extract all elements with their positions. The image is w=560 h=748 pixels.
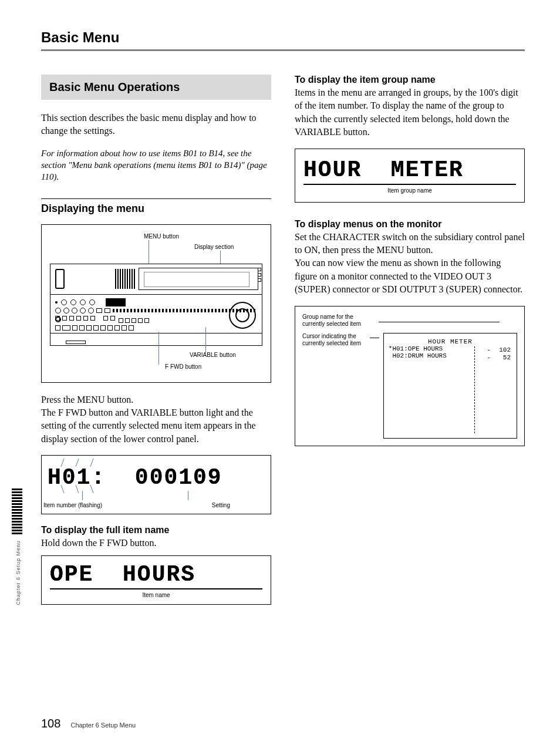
ope-hours-figure: OPE HOURS Item name — [41, 555, 271, 605]
monitor-dash-2: - — [487, 354, 491, 362]
label-group-name: Group name for the currently selected it… — [302, 314, 373, 328]
monitor-heading: To display menus on the monitor — [295, 219, 525, 230]
full-item-heading: To display the full item name — [41, 525, 271, 535]
vcr-figure: MENU button Display section — [41, 224, 271, 383]
monitor-val-1: 102 — [499, 346, 511, 354]
monitor-val-2: 52 — [499, 354, 511, 362]
label-variable-button: VARIABLE button — [190, 352, 236, 359]
page-title: Basic Menu — [41, 29, 525, 46]
footer-chapter: Chapter 6 Setup Menu — [70, 722, 136, 729]
monitor-screen: HOUR METER *H01:OPE HOURS H02:DRUM HOURS… — [383, 333, 517, 439]
caption-item-name: Item name — [50, 592, 262, 598]
vcr-device-illustration — [50, 264, 262, 346]
monitor-body: Set the CHARACTER switch on the subsidia… — [295, 231, 525, 296]
left-column: Basic Menu Operations This section descr… — [41, 75, 271, 615]
monitor-row-2: H02:DRUM HOURS — [389, 352, 512, 359]
leader-line — [158, 332, 159, 365]
lcd-ope-hours: OPE HOURS — [50, 562, 262, 587]
hour-meter-figure: HOUR METER Item group name — [295, 149, 525, 203]
label-display-section: Display section — [194, 244, 234, 251]
monitor-figure: Group name for the currently selected it… — [295, 306, 525, 446]
label-item-number: Item number (flashing) — [43, 502, 102, 508]
note-text: For information about how to use items B… — [41, 147, 271, 183]
caption-item-group-name: Item group name — [303, 187, 516, 194]
label-cursor: Cursor indicating the currently selected… — [302, 333, 366, 348]
intro-text: This section describes the basic menu di… — [41, 112, 271, 138]
page-footer: 108 Chapter 6 Setup Menu — [41, 717, 136, 730]
monitor-row-1: *H01:OPE HOURS — [389, 345, 512, 352]
title-rule — [41, 49, 525, 51]
leader-line — [205, 327, 206, 353]
side-chapter-text: Chapter 6 Setup Menu — [15, 540, 21, 605]
item-number-figure: H01: 000109 Item number (flashing) Setti… — [41, 455, 271, 514]
right-column: To display the item group name Items in … — [295, 75, 525, 615]
side-tab-barcode — [12, 487, 22, 534]
lcd-hour-meter: HOUR METER — [303, 157, 516, 183]
group-name-heading: To display the item group name — [295, 75, 525, 85]
monitor-title: HOUR METER — [389, 338, 512, 345]
section-banner: Basic Menu Operations — [41, 75, 271, 100]
after-vcr-text: Press the MENU button. The F FWD button … — [41, 393, 271, 446]
monitor-dash-1: - — [487, 346, 491, 354]
label-menu-button: MENU button — [144, 233, 179, 240]
label-setting: Setting — [212, 502, 230, 508]
page-number: 108 — [41, 717, 60, 730]
group-name-body: Items in the menu are arranged in groups… — [295, 86, 525, 139]
leader-line — [149, 240, 149, 266]
displaying-heading: Displaying the menu — [41, 198, 271, 215]
label-ffwd-button: F FWD button — [165, 363, 201, 370]
full-item-body: Hold down the F FWD button. — [41, 537, 271, 550]
